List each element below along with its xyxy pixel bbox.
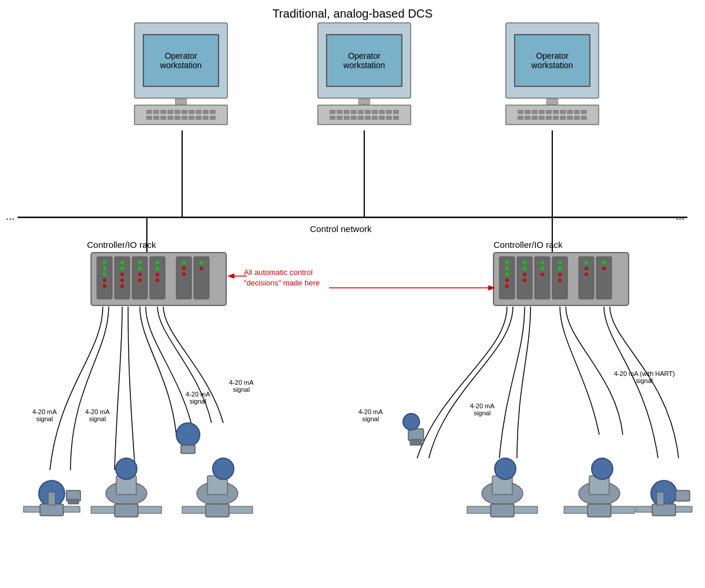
svg-point-40 <box>200 267 203 270</box>
svg-rect-90 <box>229 506 253 513</box>
workstation-2: Operator workstation <box>317 22 411 125</box>
annotation-text: All automatic control "decisions" made h… <box>244 267 338 288</box>
svg-point-86 <box>197 482 238 505</box>
svg-rect-79 <box>116 476 136 495</box>
svg-rect-77 <box>68 499 79 504</box>
signal-label-5: 4-20 mAsignal <box>358 408 383 422</box>
svg-rect-48 <box>517 257 532 299</box>
svg-point-100 <box>495 458 516 479</box>
svg-rect-57 <box>552 257 568 299</box>
svg-rect-11 <box>91 253 226 305</box>
svg-rect-12 <box>97 257 112 299</box>
svg-point-14 <box>103 267 106 270</box>
svg-rect-62 <box>579 257 594 299</box>
svg-point-55 <box>540 267 544 270</box>
svg-point-13 <box>103 261 106 264</box>
svg-point-50 <box>523 267 526 270</box>
svg-rect-111 <box>676 506 692 512</box>
svg-rect-34 <box>176 257 192 299</box>
svg-rect-93 <box>410 439 422 445</box>
svg-rect-75 <box>63 506 80 512</box>
svg-rect-66 <box>596 257 612 299</box>
svg-point-63 <box>585 261 588 264</box>
workstation-1: Operator workstation <box>134 22 228 125</box>
svg-rect-110 <box>636 506 652 512</box>
svg-rect-85 <box>181 445 195 453</box>
svg-point-64 <box>585 267 588 270</box>
svg-rect-99 <box>514 506 538 513</box>
svg-point-17 <box>103 284 106 288</box>
rack2-label: Controller/IO rack <box>494 240 563 250</box>
main-title: Traditional, analog-based DCS <box>0 0 705 21</box>
svg-point-52 <box>523 278 526 282</box>
svg-point-44 <box>505 267 509 270</box>
svg-point-54 <box>540 261 544 264</box>
svg-point-46 <box>505 278 509 282</box>
svg-point-91 <box>213 458 234 479</box>
svg-rect-29 <box>150 257 165 299</box>
svg-point-101 <box>579 482 620 505</box>
svg-point-15 <box>103 273 106 276</box>
svg-rect-87 <box>207 476 227 495</box>
svg-rect-88 <box>206 504 229 517</box>
keyboard-1 <box>134 105 228 125</box>
svg-point-95 <box>482 482 523 505</box>
svg-point-47 <box>505 284 509 288</box>
svg-point-16 <box>103 278 106 282</box>
svg-rect-98 <box>467 506 491 513</box>
keyboard-3 <box>505 105 599 125</box>
screen-3: Operator workstation <box>514 34 590 87</box>
svg-point-45 <box>505 273 509 276</box>
svg-point-37 <box>182 273 186 276</box>
svg-rect-72 <box>40 504 63 516</box>
svg-point-49 <box>523 261 526 264</box>
svg-rect-42 <box>499 257 515 299</box>
svg-point-31 <box>156 267 159 270</box>
svg-point-36 <box>182 267 186 270</box>
signal-label-6: 4-20 mAsignal <box>470 402 495 416</box>
svg-point-107 <box>651 481 677 506</box>
svg-point-51 <box>523 273 526 276</box>
svg-rect-18 <box>115 257 130 299</box>
monitor-stand-3 <box>546 99 558 105</box>
svg-text:...: ... <box>6 210 15 222</box>
svg-point-21 <box>120 273 124 276</box>
svg-point-20 <box>120 267 124 270</box>
svg-rect-92 <box>408 429 424 441</box>
svg-point-59 <box>558 267 562 270</box>
svg-point-68 <box>602 267 606 270</box>
monitor-2: Operator workstation <box>317 22 411 99</box>
signal-label-2: 4-20 mAsignal <box>85 408 110 422</box>
workstation-3: Operator workstation <box>505 22 599 125</box>
svg-rect-73 <box>48 492 55 505</box>
svg-rect-38 <box>194 257 209 299</box>
svg-point-94 <box>403 414 419 430</box>
svg-point-83 <box>116 458 137 479</box>
screen-2: Operator workstation <box>326 34 402 87</box>
svg-rect-97 <box>491 504 514 517</box>
svg-rect-80 <box>115 504 138 517</box>
svg-rect-24 <box>132 257 147 299</box>
svg-rect-102 <box>589 476 609 495</box>
signal-label-3: 4-20 mAsignal <box>186 391 210 405</box>
svg-point-32 <box>156 273 159 276</box>
svg-rect-82 <box>138 506 162 513</box>
svg-rect-89 <box>182 506 206 513</box>
svg-rect-108 <box>652 504 676 516</box>
svg-point-26 <box>138 267 142 270</box>
svg-point-65 <box>585 273 588 276</box>
svg-point-30 <box>156 261 159 264</box>
svg-point-78 <box>106 482 147 505</box>
svg-point-106 <box>592 458 613 479</box>
svg-point-19 <box>120 261 124 264</box>
svg-point-27 <box>138 273 142 276</box>
svg-point-23 <box>120 284 124 288</box>
svg-point-39 <box>200 261 203 264</box>
svg-point-56 <box>540 273 544 276</box>
keyboard-2 <box>317 105 411 125</box>
svg-point-33 <box>156 278 159 282</box>
monitor-stand-2 <box>358 99 370 105</box>
svg-point-28 <box>138 278 142 282</box>
svg-point-58 <box>558 261 562 264</box>
svg-rect-103 <box>588 504 611 517</box>
